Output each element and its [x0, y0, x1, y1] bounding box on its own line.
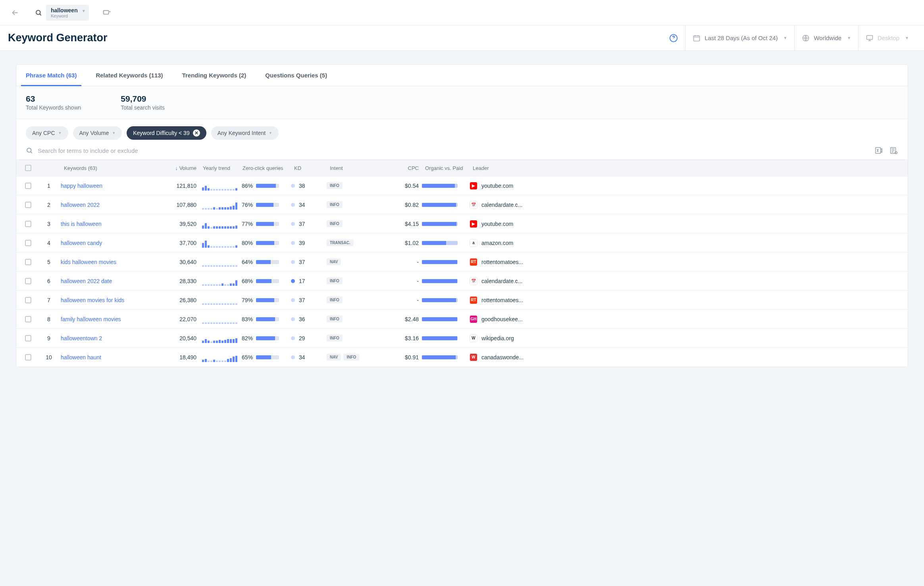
settings-icon[interactable] [889, 146, 898, 155]
row-checkbox[interactable] [25, 354, 31, 360]
table-row: 3 this is halloween 39,520 77% 37 INFO $… [16, 214, 908, 233]
row-checkbox[interactable] [25, 183, 31, 189]
keyword-link[interactable]: family halloween movies [61, 316, 121, 322]
volume-value: 18,490 [156, 354, 200, 360]
favicon: RT [470, 296, 477, 304]
leader-cell: ▶ youtube.com [470, 182, 541, 190]
col-ovp[interactable]: Organic vs. Paid [422, 165, 470, 171]
row-index: 10 [37, 354, 61, 360]
region-selector[interactable]: Worldwide ▼ [794, 25, 858, 50]
intent-cell: INFO [327, 182, 378, 189]
favicon: ▶ [470, 182, 477, 190]
kd-cell: 36 [291, 316, 327, 322]
device-selector[interactable]: Desktop ▼ [858, 25, 916, 50]
row-checkbox[interactable] [25, 335, 31, 341]
col-kd[interactable]: KD [291, 165, 327, 171]
keyword-link[interactable]: halloween 2022 date [61, 278, 112, 284]
yearly-trend-spark [200, 257, 239, 267]
filter-intent[interactable]: Any Keyword Intent ▼ [211, 126, 279, 140]
tab[interactable]: Phrase Match (63) [26, 65, 77, 86]
help-icon[interactable] [669, 34, 678, 42]
leader-cell: W canadaswonde... [470, 353, 541, 361]
yearly-trend-spark [200, 238, 239, 248]
keyword-link[interactable]: kids halloween movies [61, 259, 116, 265]
keyword-link[interactable]: halloween 2022 [61, 202, 100, 208]
row-checkbox[interactable] [25, 202, 31, 208]
row-index: 5 [37, 259, 61, 265]
compare-icon[interactable] [102, 8, 111, 17]
monitor-icon [866, 34, 874, 42]
keyword-link[interactable]: halloween haunt [61, 354, 101, 360]
keyword-link[interactable]: halloweentown 2 [61, 335, 102, 341]
cpc-value: - [378, 259, 422, 265]
ovp-cell [422, 317, 470, 321]
leader-cell: ▶ youtube.com [470, 220, 541, 228]
kd-cell: 37 [291, 259, 327, 265]
row-checkbox[interactable] [25, 297, 31, 303]
close-icon[interactable]: ✕ [193, 129, 200, 137]
favicon: ▶ [470, 220, 477, 228]
keyword-link[interactable]: happy halloween [61, 183, 102, 189]
row-checkbox[interactable] [25, 240, 31, 246]
col-intent[interactable]: Intent [327, 165, 378, 171]
row-checkbox[interactable] [25, 221, 31, 227]
leader-cell: a amazon.com [470, 239, 541, 247]
date-range-selector[interactable]: Last 28 Days (As of Oct 24) ▼ [685, 25, 794, 50]
back-button[interactable] [8, 6, 22, 20]
intent-chip: INFO [327, 278, 343, 284]
intent-chip: INFO [327, 297, 343, 303]
svg-point-6 [27, 148, 31, 152]
zero-click-cell: 80% [239, 240, 291, 246]
kd-cell: 39 [291, 240, 327, 246]
favicon: a [470, 239, 477, 247]
chevron-down-icon: ▼ [82, 9, 86, 13]
row-checkbox[interactable] [25, 316, 31, 322]
tab[interactable]: Trending Keywords (2) [182, 65, 246, 86]
col-keywords[interactable]: Keywords (63) [61, 165, 156, 171]
yearly-trend-spark [200, 276, 239, 286]
intent-chip: TRANSAC. [327, 239, 354, 246]
col-leader[interactable]: Leader [470, 165, 541, 171]
filter-volume[interactable]: Any Volume ▼ [73, 126, 122, 140]
keyword-link[interactable]: this is halloween [61, 221, 102, 227]
tab[interactable]: Questions Queries (5) [265, 65, 327, 86]
intent-chip: INFO [327, 182, 343, 189]
device-label: Desktop [878, 35, 899, 41]
row-checkbox[interactable] [25, 278, 31, 284]
svg-rect-1 [103, 10, 108, 14]
table-row: 4 halloween candy 37,700 80% 39 TRANSAC.… [16, 233, 908, 253]
zero-click-cell: 79% [239, 297, 291, 303]
leader-cell: RT rottentomatoes... [470, 258, 541, 266]
chevron-down-icon: ▼ [905, 36, 909, 40]
tab[interactable]: Related Keywords (113) [96, 65, 163, 86]
col-cpc[interactable]: CPC [378, 165, 422, 171]
kd-cell: 34 [291, 354, 327, 360]
col-zero-click[interactable]: Zero-click queries [239, 165, 291, 171]
favicon: RT [470, 258, 477, 266]
chevron-down-icon: ▼ [847, 36, 851, 40]
yearly-trend-spark [200, 314, 239, 324]
ovp-cell [422, 355, 470, 359]
intent-cell: INFO [327, 278, 378, 284]
select-all-checkbox[interactable] [25, 165, 31, 171]
cpc-value: $0.82 [378, 202, 422, 208]
col-yearly-trend[interactable]: Yearly trend [200, 165, 239, 171]
row-index: 3 [37, 221, 61, 227]
filter-difficulty[interactable]: Keyword Difficulty < 39 ✕ [127, 126, 206, 140]
export-excel-icon[interactable] [874, 146, 883, 155]
yearly-trend-spark [200, 353, 239, 362]
row-index: 8 [37, 316, 61, 322]
keyword-link[interactable]: halloween movies for kids [61, 297, 124, 303]
keyword-chip[interactable]: halloween Keyword ▼ [46, 5, 89, 21]
ovp-cell [422, 279, 470, 283]
favicon: W [470, 334, 477, 342]
table-row: 6 halloween 2022 date 28,330 68% 17 INFO… [16, 272, 908, 291]
volume-value: 26,380 [156, 297, 200, 303]
row-checkbox[interactable] [25, 259, 31, 265]
keyword-link[interactable]: halloween candy [61, 240, 102, 246]
search-input[interactable] [38, 147, 870, 154]
intent-chip: INFO [327, 201, 343, 208]
cpc-value: $3.16 [378, 335, 422, 341]
col-volume[interactable]: ↓Volume [156, 165, 200, 171]
filter-cpc[interactable]: Any CPC ▼ [26, 126, 68, 140]
